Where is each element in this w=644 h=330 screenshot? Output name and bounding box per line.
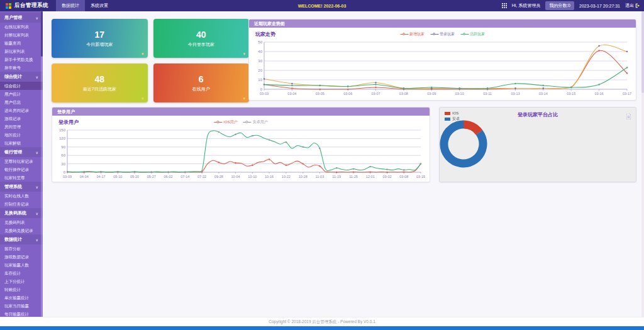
apps-grid-icon[interactable] — [502, 3, 507, 8]
welcome-banner: WELCOME! 2022-06-03 — [298, 4, 347, 8]
sidebar-group[interactable]: 用户管理∨ — [0, 13, 43, 23]
chevron-down-icon[interactable]: ▾ — [142, 96, 144, 101]
platform-donut-wrap — [440, 120, 636, 170]
sidebar-group[interactable]: 兑换码系统∨ — [0, 208, 43, 218]
main-scrollbar[interactable] — [641, 11, 644, 317]
user-greeting: Hi, 系统管理员 — [512, 3, 541, 9]
sidebar-item[interactable]: 玩家转至尊 — [0, 173, 43, 182]
chevron-down-icon: ∨ — [36, 150, 38, 155]
trend-chart-legend: 新增玩家登录玩家活跃玩家 — [400, 31, 485, 37]
sidebar-item[interactable]: 用户信息 — [0, 98, 43, 106]
sidebar-item[interactable]: 游戏记录 — [0, 114, 43, 123]
legend-item[interactable]: 登录玩家 — [430, 31, 455, 37]
sidebar-group[interactable]: 银行管理∨ — [0, 147, 43, 157]
trend-line-chart[interactable]: 0102030405003-0303-0403-0503-0603-0703-0… — [249, 39, 636, 97]
top-header: 后台管理系统 数据统计系统设置 WELCOME! 2022-06-03 Hi, … — [0, 0, 644, 11]
sidebar-item[interactable]: 控制任务记录 — [0, 200, 43, 208]
login-panel-header: 登录用户 — [52, 107, 430, 116]
tab-data-stats[interactable]: 数据统计 — [56, 0, 85, 11]
sidebar-item[interactable]: 输赢查询 — [0, 39, 43, 47]
legend-item[interactable]: IOS用户 — [214, 119, 237, 125]
sidebar-item[interactable]: 实时在线人数 — [0, 192, 43, 200]
stat-card-label: 最近7日活跃玩家 — [83, 86, 116, 92]
stat-card[interactable]: 17 今日新增玩家 ▾ — [52, 19, 148, 58]
svg-text:60: 60 — [61, 153, 65, 157]
chevron-down-icon[interactable]: ▾ — [243, 96, 245, 101]
svg-text:50: 50 — [258, 40, 262, 44]
svg-text:03-13: 03-13 — [511, 92, 519, 96]
sidebar-group[interactable]: 数据统计∨ — [0, 234, 43, 245]
legend-item[interactable]: IOS — [445, 111, 460, 115]
sidebar-group[interactable]: 综合统计∨ — [0, 72, 43, 82]
sidebar-item[interactable]: 留存分析 — [0, 245, 43, 253]
sidebar-item[interactable]: 兑换码兑换记录 — [0, 226, 43, 234]
svg-text:10-22: 10-22 — [282, 175, 291, 179]
stat-card[interactable]: 40 今日登录玩家 ▾ — [153, 19, 250, 58]
stat-card-value: 40 — [196, 30, 206, 40]
tab-system-settings[interactable]: 系统设置 — [85, 0, 114, 11]
svg-text:07-14: 07-14 — [180, 175, 189, 179]
legend-item[interactable]: 安卓 — [445, 116, 460, 122]
stat-card-value: 48 — [94, 74, 104, 84]
stat-card[interactable]: 48 最近7日活跃玩家 ▾ — [52, 63, 148, 102]
sidebar-group[interactable]: 管理系统∨ — [0, 182, 43, 192]
svg-text:09-28: 09-28 — [214, 175, 223, 179]
svg-text:10-10: 10-10 — [248, 175, 257, 179]
sidebar-item[interactable]: 转账统计 — [0, 285, 43, 294]
sidebar-item[interactable]: 兑换码列表 — [0, 218, 43, 226]
stat-card-value: 6 — [199, 74, 204, 84]
sidebar-item[interactable]: 房间管理 — [0, 123, 43, 131]
svg-text:03-05: 03-05 — [316, 92, 325, 96]
platform-donut-chart[interactable] — [440, 120, 636, 170]
legend-item[interactable]: 新增玩家 — [400, 31, 425, 37]
legend-item[interactable]: 活跃玩家 — [460, 31, 485, 37]
sidebar-item[interactable]: 玩家解锁 — [0, 139, 43, 147]
platform-chart-title: 登录玩家平台占比 — [440, 111, 636, 118]
sidebar-item[interactable]: 新手卡奖励兑换 — [0, 55, 43, 63]
app-window: 后台管理系统 数据统计系统设置 WELCOME! 2022-06-03 Hi, … — [0, 0, 644, 330]
chevron-down-icon[interactable]: ▾ — [142, 52, 144, 57]
svg-text:03-09: 03-09 — [63, 175, 72, 179]
logout-icon — [635, 3, 640, 9]
main-scrollbar-thumb[interactable] — [641, 11, 644, 93]
export-report-icon[interactable] — [626, 111, 631, 122]
svg-text:05-20: 05-20 — [130, 175, 139, 179]
datetime-display: 2023-03-17 20:27:31 — [579, 4, 620, 8]
chevron-down-icon[interactable]: ▾ — [243, 52, 245, 57]
sidebar-item[interactable]: 玩家输赢人数 — [0, 261, 43, 269]
legend-marker-icon — [243, 121, 252, 124]
sidebar-item[interactable]: 至尊转玩家记录 — [0, 157, 43, 165]
stat-card-label: 今日新增玩家 — [86, 41, 113, 48]
sidebar-item[interactable]: 银行操作记录 — [0, 165, 43, 173]
svg-text:10-16: 10-16 — [265, 175, 274, 179]
sidebar-item[interactable]: 上下分统计 — [0, 277, 43, 285]
sidebar-item[interactable]: 游戏数据记录 — [0, 253, 43, 261]
sidebar-item[interactable]: 库存统计 — [0, 269, 43, 277]
chevron-down-icon: ∨ — [36, 75, 38, 79]
sidebar-item[interactable]: 异常账号 — [0, 63, 43, 72]
sidebar-item[interactable]: 每日输赢统计 — [0, 310, 43, 317]
svg-text:03-07: 03-07 — [371, 92, 380, 96]
sidebar-item[interactable]: 单次输赢统计 — [0, 294, 43, 302]
bottom-accent-bar — [0, 326, 644, 330]
svg-text:40: 40 — [258, 50, 262, 53]
stat-card[interactable]: 6 在线用户 ▾ — [153, 63, 250, 102]
sidebar-item[interactable]: 进出房间记录 — [0, 106, 43, 114]
sidebar-item[interactable]: 新玩家列表 — [0, 47, 43, 55]
sidebar-item[interactable]: 封禁玩家列表 — [0, 31, 43, 39]
score-badge[interactable]: 我的分数:0 — [545, 1, 574, 10]
svg-text:0: 0 — [260, 87, 263, 91]
legend-item[interactable]: 安卓用户 — [243, 119, 268, 125]
svg-text:07-22: 07-22 — [197, 175, 206, 179]
stat-cards: 17 今日新增玩家 ▾40 今日登录玩家 ▾48 最近7日活跃玩家 ▾6 在线用… — [52, 19, 249, 102]
svg-text:30: 30 — [61, 162, 65, 166]
sidebar-item[interactable]: 玩家当日输赢 — [0, 302, 43, 310]
svg-text:20: 20 — [258, 69, 262, 72]
sidebar-item[interactable]: 在线玩家列表 — [0, 23, 43, 31]
sidebar-item[interactable]: 地区统计 — [0, 131, 43, 139]
login-line-chart[interactable]: 030609012015003-0904-0404-1705-1005-2005… — [52, 127, 430, 180]
sidebar-item[interactable]: 综合统计 — [0, 82, 43, 90]
sidebar-item[interactable]: 用户统计 — [0, 90, 43, 98]
svg-text:11-25: 11-25 — [349, 175, 358, 179]
logout-button[interactable]: 退出 — [625, 3, 640, 9]
